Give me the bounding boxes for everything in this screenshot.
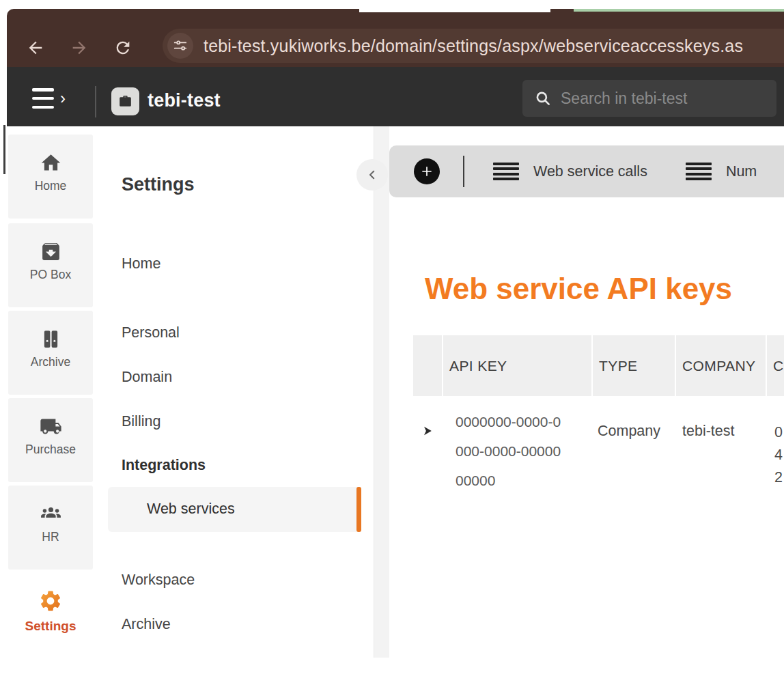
briefcase-icon — [117, 93, 134, 110]
sidebar-item-web-services[interactable]: Web services — [108, 487, 361, 532]
rail-item-label: Archive — [31, 355, 70, 369]
page-title: Web service API keys — [425, 272, 732, 306]
tab-highlight-line — [574, 9, 784, 12]
table-header-row: API KEY TYPE COMPANY C — [413, 335, 784, 396]
list-icon — [686, 163, 712, 181]
rail-item-label: Purchase — [25, 443, 76, 457]
rail-item-label: HR — [42, 530, 59, 544]
search-input[interactable] — [561, 89, 759, 108]
sidebar-item-home[interactable]: Home — [122, 255, 160, 272]
reload-button[interactable] — [112, 37, 134, 59]
header-cell-expander — [413, 335, 442, 396]
tune-icon — [173, 38, 188, 53]
sidebar-collapse-button[interactable] — [356, 159, 388, 191]
app-title: tebi-test — [148, 90, 221, 111]
site-settings-button[interactable] — [167, 33, 193, 59]
sidebar-item-label: Web services — [147, 501, 235, 518]
api-key-line: 000-0000-00000 — [456, 436, 591, 466]
sidebar-item-domain[interactable]: Domain — [122, 369, 172, 386]
api-key-line: 00000 — [456, 466, 591, 495]
rail-item-settings[interactable]: Settings — [8, 582, 93, 634]
rail-item-archive[interactable]: Archive — [8, 311, 93, 395]
header-cell-created: C — [767, 335, 784, 396]
cell-created: 0 4 2 — [767, 396, 784, 495]
rail-item-label: Settings — [25, 619, 76, 634]
reload-icon — [113, 38, 132, 57]
header-cell-type: TYPE — [593, 335, 675, 396]
chevron-left-icon — [366, 169, 378, 181]
toolbar-tab-numbering[interactable]: Num — [726, 163, 757, 180]
add-api-key-button[interactable] — [414, 158, 440, 184]
header-cell-company: COMPANY — [676, 335, 766, 396]
api-keys-table: API KEY TYPE COMPANY C 0000000-0000-0 00… — [413, 335, 784, 495]
row-expand-button[interactable] — [413, 396, 442, 495]
toolbar-divider — [463, 156, 464, 187]
rail-item-label: Home — [35, 179, 67, 193]
created-line: 4 — [774, 444, 784, 466]
sidebar-item-billing[interactable]: Billing — [122, 413, 160, 430]
header-divider — [95, 86, 96, 117]
chevron-right-icon: › — [60, 90, 66, 107]
selected-indicator-bar — [356, 487, 361, 532]
tab-gap — [359, 9, 550, 12]
sidebar-title: Settings — [122, 174, 195, 195]
created-line: 2 — [774, 466, 784, 489]
window-edge-artifact — [3, 125, 5, 174]
rail-item-pobox[interactable]: PO Box — [8, 223, 93, 307]
browser-tab-strip — [0, 0, 784, 9]
cell-type: Company — [593, 396, 675, 495]
back-arrow-icon — [26, 38, 45, 57]
forward-button[interactable] — [68, 37, 90, 59]
people-icon — [40, 503, 62, 525]
search-icon — [534, 89, 552, 107]
sidebar-item-integrations[interactable]: Integrations — [122, 457, 206, 474]
sidebar-item-workspace[interactable]: Workspace — [122, 572, 195, 589]
browser-toolbar: tebi-test.yukiworks.be/domain/settings/a… — [7, 9, 784, 67]
created-line: 0 — [774, 421, 784, 444]
app-logo[interactable] — [111, 87, 139, 115]
table-row: 0000000-0000-0 000-0000-00000 00000 Comp… — [413, 396, 784, 495]
toolbar-tab-web-service-calls[interactable]: Web service calls — [533, 163, 647, 180]
list-icon — [493, 163, 519, 181]
inbox-icon — [40, 240, 62, 263]
gear-icon — [38, 589, 63, 613]
binders-icon — [40, 328, 62, 350]
plus-icon — [420, 165, 434, 178]
rail-item-hr[interactable]: HR — [8, 486, 93, 570]
rail-item-label: PO Box — [30, 268, 71, 282]
cell-api-key: 0000000-0000-0 000-0000-00000 00000 — [443, 396, 591, 495]
url-text: tebi-test.yukiworks.be/domain/settings/a… — [204, 36, 743, 56]
forward-arrow-icon — [70, 38, 89, 57]
truck-icon — [40, 415, 62, 438]
content-gutter — [374, 126, 389, 658]
main-content: Web service calls Num Web service API ke… — [389, 126, 784, 658]
menu-button[interactable] — [32, 88, 54, 109]
sidebar-item-archive[interactable]: Archive — [122, 616, 171, 633]
header-cell-api-key: API KEY — [443, 335, 591, 396]
rail-item-purchase[interactable]: Purchase — [8, 398, 93, 482]
cell-company: tebi-test — [676, 396, 766, 495]
expand-arrow-icon — [421, 424, 434, 438]
back-button[interactable] — [25, 37, 46, 59]
rail-item-home[interactable]: Home — [8, 135, 93, 219]
screen: tebi-test.yukiworks.be/domain/settings/a… — [0, 0, 784, 687]
content-toolbar: Web service calls Num — [389, 145, 784, 197]
api-key-line: 0000000-0000-0 — [456, 407, 591, 436]
settings-sidebar: Settings Home Personal Domain Billing In… — [93, 126, 374, 658]
home-icon — [40, 152, 62, 174]
sidebar-item-personal[interactable]: Personal — [122, 324, 180, 341]
search-box[interactable] — [522, 80, 776, 117]
url-bar[interactable]: tebi-test.yukiworks.be/domain/settings/a… — [163, 29, 784, 63]
